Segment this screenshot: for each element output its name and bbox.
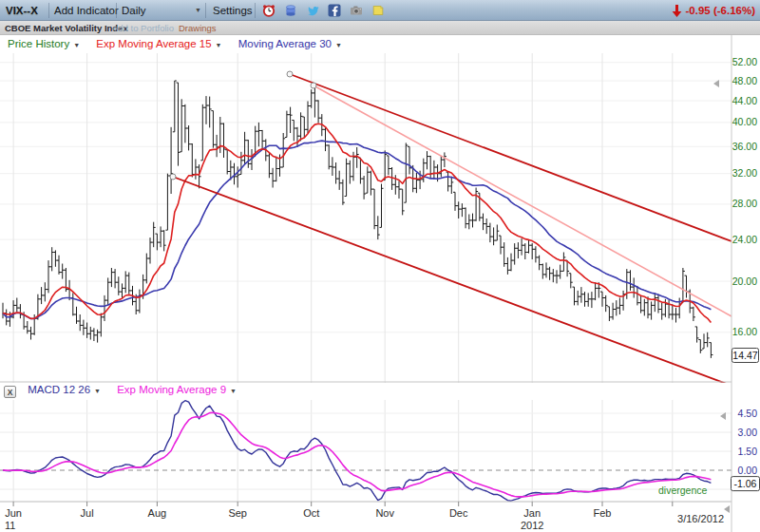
ohlc-bar (18, 304, 22, 318)
ohlc-bar (61, 264, 65, 279)
ohlc-bar (341, 180, 345, 205)
ohlc-bar (169, 127, 173, 194)
month-label: Jun (5, 507, 22, 519)
snapshot-icon[interactable] (350, 4, 363, 17)
ma30-label: Moving Average 30 (238, 38, 332, 49)
ohlc-bar (621, 291, 625, 311)
ohlc-bar (40, 287, 44, 304)
ohlc-bar (408, 146, 411, 174)
ohlc-bar (302, 117, 306, 138)
ohlc-bar (629, 270, 633, 291)
last-date-label: 3/16/2012 (677, 513, 724, 524)
ma30-dropdown[interactable]: Moving Average 30 (238, 38, 342, 49)
macd-signal-dropdown[interactable]: Exp Moving Average 9 (117, 384, 237, 395)
ohlc-bar (449, 177, 453, 194)
price-tick-label: 32.00 (732, 167, 757, 179)
ohlc-bar (96, 330, 100, 343)
trendline[interactable] (290, 74, 732, 241)
ohlc-bar (295, 127, 299, 147)
ohlc-bar (698, 340, 702, 353)
trendline[interactable] (314, 86, 732, 316)
facebook-icon[interactable] (328, 4, 341, 17)
twitter-icon[interactable] (306, 4, 319, 17)
symbol-label[interactable]: VIX--X (6, 0, 38, 21)
ohlc-bar (215, 135, 218, 157)
ohlc-bar (106, 277, 110, 305)
ohlc-bar (173, 81, 177, 132)
ohlc-bar (331, 157, 334, 176)
ohlc-bar (523, 243, 527, 259)
month-label: Dec (449, 507, 468, 519)
month-label: Jan (523, 507, 541, 519)
ema15-dropdown[interactable]: Exp Moving Average 15 (96, 38, 221, 49)
scroll-arrow-icon[interactable] (724, 505, 730, 513)
ema15-label: Exp Moving Average 15 (96, 38, 211, 49)
macd-dropdown[interactable]: MACD 12 26 (28, 384, 101, 395)
ohlc-bar (50, 247, 54, 271)
ohlc-bar (653, 293, 656, 312)
toolbar-separator (205, 3, 206, 18)
ohlc-bar (642, 299, 646, 316)
add-to-portfolio-button[interactable]: Add to Portfolio (112, 21, 174, 35)
price-tick-label: 20.00 (732, 276, 757, 287)
period-dropdown[interactable]: Daily (122, 0, 201, 21)
security-name: CBOE Market Volatility Index (5, 21, 128, 35)
ohlc-bar (180, 99, 183, 152)
ohlc-bar (306, 102, 310, 134)
ohlc-bar (348, 161, 352, 184)
ohlc-bar (559, 265, 562, 279)
ohlc-bar (289, 107, 293, 133)
ohlc-bar (57, 256, 61, 275)
ohlc-bar (541, 264, 544, 279)
ohlc-bar (117, 276, 121, 295)
ohlc-bar (583, 292, 587, 307)
ohlc-bar (618, 298, 621, 315)
ohlc-bar (127, 273, 131, 294)
ohlc-bar (611, 303, 615, 320)
add-indicator-button[interactable]: Add Indicator (54, 0, 119, 21)
ohlc-bar (516, 242, 520, 258)
alerts-icon[interactable] (262, 4, 276, 17)
trendline-anchor[interactable] (311, 83, 316, 88)
price-tick-label: 16.00 (732, 326, 757, 337)
ohlc-bar (313, 86, 316, 118)
last-price-value: 14.47 (732, 350, 757, 361)
ohlc-bar (200, 104, 204, 161)
ohlc-bar (499, 236, 503, 255)
ohlc-bar (426, 151, 429, 169)
ohlc-bar (75, 307, 79, 324)
ohlc-bar (53, 250, 57, 266)
settings-button[interactable]: Settings (213, 0, 253, 21)
ohlc-bar (604, 295, 608, 312)
ohlc-bar (43, 282, 47, 301)
trendline-anchor[interactable] (287, 71, 293, 77)
macd-axis-labels: 4.503.001.500.00 (738, 408, 758, 476)
ohlc-bar (706, 332, 710, 348)
ohlc-bar (190, 143, 194, 178)
divergence-annotation[interactable]: divergence (658, 484, 708, 496)
ohlc-bar (492, 227, 496, 245)
price-pane-header: Price History Exp Moving Average 15 Movi… (8, 38, 355, 49)
ohlc-bar (281, 133, 285, 167)
close-macd-button[interactable]: X (4, 386, 16, 398)
macd-line (3, 401, 711, 502)
change-value: -0.95 (-6.16%) (685, 5, 755, 16)
notes-icon[interactable] (371, 4, 385, 17)
ohlc-bar (99, 314, 103, 337)
ohlc-bar (208, 97, 212, 128)
ohlc-bar (615, 300, 618, 315)
price-tick-label: 40.00 (732, 116, 757, 127)
year-start-label: 11 (5, 520, 15, 531)
ohlc-bar (660, 303, 664, 320)
data-icon[interactable] (284, 4, 297, 17)
ohlc-bar (527, 239, 531, 254)
macd-tick-label: 1.50 (738, 446, 758, 457)
price-history-dropdown[interactable]: Price History (8, 38, 80, 49)
ohlc-bar (299, 112, 303, 141)
drawings-menu[interactable]: Drawings (179, 21, 217, 35)
trendline-anchor[interactable] (170, 174, 176, 180)
ohlc-bar (155, 234, 159, 250)
price-tick-label: 28.00 (732, 198, 757, 209)
ohlc-bar (422, 159, 426, 182)
ohlc-bar (148, 238, 152, 263)
